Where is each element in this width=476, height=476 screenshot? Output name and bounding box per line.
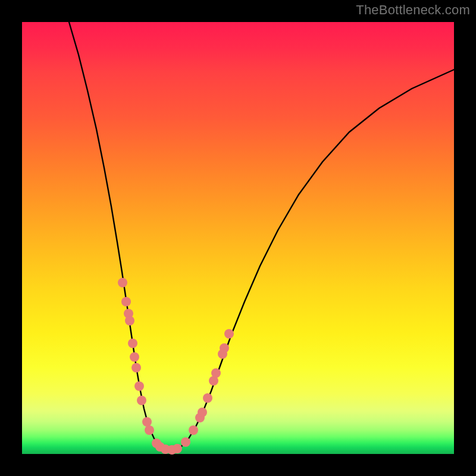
marker-dot: [134, 381, 144, 391]
marker-dot: [145, 425, 154, 435]
marker-dot: [211, 368, 221, 378]
bottleneck-curve: [69, 22, 454, 450]
marker-dot: [131, 363, 141, 372]
marker-dot: [121, 297, 131, 306]
marker-dot: [128, 339, 137, 348]
marker-dot: [181, 437, 190, 447]
marker-dot: [189, 425, 198, 435]
marker-group: [118, 278, 234, 455]
marker-dot: [224, 329, 234, 339]
watermark-text: TheBottleneck.com: [356, 2, 470, 18]
marker-dot: [198, 408, 207, 417]
plot-area: [22, 22, 454, 454]
marker-dot: [220, 343, 229, 353]
marker-dot: [125, 316, 134, 325]
marker-dot: [137, 396, 146, 405]
marker-dot: [118, 278, 127, 287]
marker-dot: [130, 352, 139, 362]
marker-dot: [142, 417, 152, 427]
marker-dot: [203, 393, 212, 403]
curve-svg: [22, 22, 454, 454]
chart-frame: TheBottleneck.com: [0, 0, 476, 476]
marker-dot: [173, 444, 182, 453]
